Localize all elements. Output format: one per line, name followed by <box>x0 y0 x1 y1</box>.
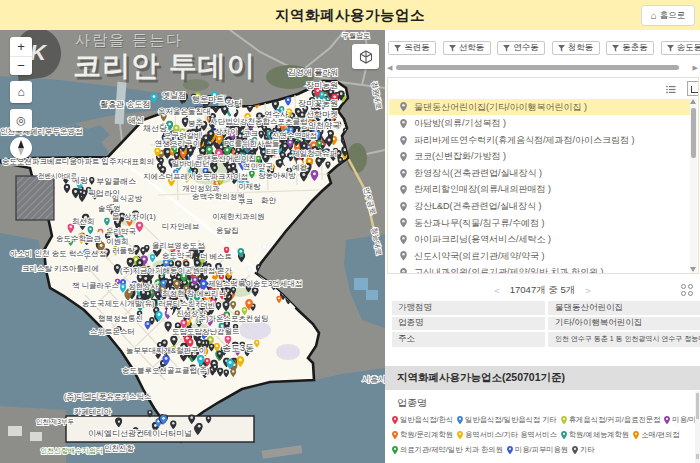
legend-pin-icon <box>633 431 639 439</box>
district-tab[interactable]: 송도동 <box>661 41 700 55</box>
map-label: 송도수학습관 <box>56 234 102 243</box>
pin-icon <box>400 119 407 129</box>
list-item[interactable]: 동산과나무(직물/침구류/수예점 ) <box>389 215 690 231</box>
map-label: 이재랑 <box>238 182 261 191</box>
home-button[interactable]: ⌂ 홈으로 <box>641 5 695 26</box>
list-item[interactable]: 신도시약국(의료기관/제약/약국 ) <box>389 248 690 264</box>
legend-item: 학원/문리계학원 <box>392 430 453 440</box>
map-zoom-control[interactable]: + − <box>10 37 32 75</box>
map-label: 화안 <box>261 196 277 205</box>
legend-item: 휴게음식점/커피/음료전문점 <box>561 415 661 425</box>
list-item[interactable]: 파리바게뜨연수럭키(휴게음식점/제과점/아이스크림점 ) <box>389 132 690 148</box>
list-scrollbar[interactable] <box>690 98 697 273</box>
map-label: 송도국제도시개발(유) <box>82 299 155 308</box>
map-label: 장농아씨방 <box>258 171 296 180</box>
map-label: 몸 <box>112 212 120 221</box>
map-label: 장미농원 <box>306 81 338 90</box>
port-hatched-area <box>16 176 54 220</box>
map-home-button[interactable]: ⌂ <box>10 81 32 103</box>
detail-label: 주소 <box>392 332 545 348</box>
map-label: 김영애 플라워 <box>288 68 338 77</box>
district-tab[interactable]: 선학동 <box>443 41 491 55</box>
map-label: 장미꽃농원 <box>298 99 338 108</box>
map-label: 송도오션파크베르디움아파트 입주자대표회의 <box>2 157 154 166</box>
legend-pin-icon <box>561 431 567 439</box>
district-tab[interactable]: 옥련동 <box>388 41 436 55</box>
hscroll-left-arrow[interactable]: ◀ <box>387 64 392 72</box>
page-header: 지역화폐사용가능업소 ⌂ 홈으로 <box>0 0 700 30</box>
map-3d-button[interactable] <box>352 44 379 69</box>
hscroll-thumb[interactable] <box>396 65 679 70</box>
legend-pin-icon <box>392 446 398 454</box>
district-tab[interactable]: 동춘동 <box>606 41 654 55</box>
map-label: 이제한치과의원 <box>212 212 265 221</box>
horizontal-scrollbar[interactable]: ◀ ▶ <box>385 64 700 72</box>
map[interactable]: 활홍관 송도점옛날점행운마트장터김영애 플라워장미농원장미꽃농원연수사선학마켓동… <box>0 30 385 463</box>
legend-pin-icon <box>664 416 670 424</box>
scroll-down-arrow[interactable] <box>690 267 696 272</box>
map-label: 솥뚜껑 <box>98 204 121 213</box>
list-item[interactable]: 고신내과의원(의료기관/제약/일반 치과 한의원 ) <box>389 265 690 275</box>
list-view-icon[interactable] <box>666 85 676 94</box>
next-page-arrow[interactable]: > <box>585 285 591 296</box>
pin-icon <box>400 251 407 261</box>
map-label: 구월남로 <box>342 32 370 39</box>
map-label: 부일클래스 <box>96 177 136 186</box>
legend: 일반음식점/한식일반음식점/일반음식점 기타휴게음식점/커피/음료전문점미용/미… <box>392 415 692 460</box>
hscroll-right-arrow[interactable]: ▶ <box>693 64 698 72</box>
map-label: 송도블루오션골프클럽(주) <box>122 366 210 375</box>
district-tab[interactable]: 연수동 <box>497 41 545 55</box>
map-label: 잭 니클라우스 <box>72 281 119 290</box>
map-label: (주)가온스포츠컨설팅 <box>196 314 269 323</box>
map-locate-button[interactable]: ◎ <box>10 109 32 131</box>
list-item[interactable]: 란제리할인매장(의류/내의판매점 ) <box>389 182 690 198</box>
home-icon: ⌂ <box>651 11 657 21</box>
list-item[interactable]: 강산L&D(건축관련업/실내장식 ) <box>389 198 690 214</box>
collapse-panel-icon[interactable] <box>687 81 699 96</box>
grid-view-icon[interactable] <box>681 284 694 297</box>
list-item[interactable]: 아담방(의류/기성복점 ) <box>389 116 690 132</box>
map-compass[interactable] <box>10 137 32 159</box>
map-label: 러플랑 <box>112 246 135 255</box>
list-item[interactable]: 물댄동산어린이집(기타/아이행복어린이집 ) <box>389 99 690 115</box>
detail-label: 업종명 <box>392 317 545 331</box>
map-label: 최정현 창 에그리나 <box>162 289 227 298</box>
map-label: 연민약국 <box>243 162 273 171</box>
map-label: 장터 <box>226 99 242 108</box>
map-label: (주)디엠디풍유로지스틱스 <box>64 392 152 401</box>
map-label: 활홍관 송도점 <box>100 100 150 109</box>
list-item[interactable]: 코코(신변잡화/가방점 ) <box>389 149 690 165</box>
watermark-brand: 코리안 투데이 <box>73 47 256 85</box>
legend-pin-icon <box>572 446 578 454</box>
panel-scrollbar[interactable] <box>695 391 700 463</box>
filter-icon <box>612 45 619 52</box>
map-label: 인천신항배수지쉼터 <box>40 447 103 454</box>
map-label: EIE <box>266 147 278 156</box>
pin-icon <box>400 169 407 179</box>
pin-icon <box>400 185 407 195</box>
map-label: 인천신항 <box>104 444 135 453</box>
map-label: 옛날점 <box>162 91 186 100</box>
legend-item: 미용/피부미용원 <box>507 445 568 455</box>
legend-item: 일반음식점/일반음식점 기타 <box>457 415 557 425</box>
zoom-out-button[interactable]: − <box>10 57 32 76</box>
legend-item: 일반음식점/한식 <box>392 415 453 425</box>
pin-icon <box>400 268 407 274</box>
scroll-up-arrow[interactable] <box>690 99 696 104</box>
list-scrollbar-thumb[interactable] <box>691 108 696 158</box>
legend-item: 기타 <box>572 445 595 455</box>
map-label: 옥저울은돌침대 <box>158 107 211 116</box>
district-tab[interactable]: 청학동 <box>552 41 600 55</box>
zoom-in-button[interactable]: + <box>10 37 32 57</box>
list-item[interactable]: 아이파크리닝(용역서비스/세탁소 ) <box>389 231 690 247</box>
map-label: 연생오리구이 <box>155 139 200 148</box>
map-label: 제임스떡볶이송도3언세대점 <box>208 279 302 288</box>
district-tabs: 옥련동선학동연수동청학동동춘동송도동 <box>388 41 700 55</box>
app: 지역화폐사용가능업소 ⌂ 홈으로 <box>0 0 700 463</box>
map-label: 코크 <box>243 129 258 138</box>
store-list: 물댄동산어린이집(기타/아이행복어린이집 )아담방(의류/기성복점 )파리바게뜨… <box>387 77 699 274</box>
map-label: 정현상사 <box>128 282 159 291</box>
prev-page-arrow[interactable]: < <box>494 285 500 296</box>
list-item[interactable]: 한영장식(건축관련업/실내장식 ) <box>389 165 690 181</box>
map-label: 사단법인강천종합스포츠클럽 <box>210 117 308 126</box>
